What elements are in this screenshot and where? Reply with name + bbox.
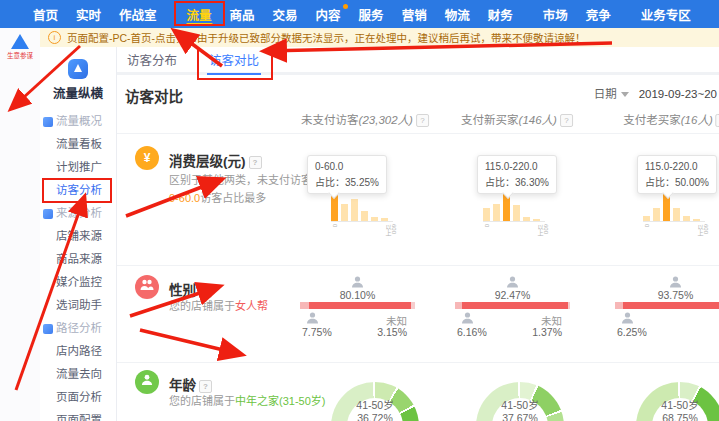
tooltip-percent: 占比：50.00% bbox=[645, 175, 709, 191]
app-logo-icon[interactable] bbox=[11, 34, 29, 49]
help-icon[interactable]: ? bbox=[416, 114, 429, 127]
donut-age-label: 41-50岁 bbox=[331, 397, 419, 412]
nav-item-home[interactable]: 首页 bbox=[24, 0, 67, 28]
sidebar-item-instore-path[interactable]: 店内路径 bbox=[40, 340, 116, 363]
tab-visitor-compare[interactable]: 访客对比 bbox=[207, 47, 261, 74]
tooltip-range: 115.0-220.0 bbox=[485, 159, 549, 175]
donut-age-percent: 36.72% bbox=[331, 412, 419, 421]
sidebar-item-visitor-analysis[interactable]: 访客分析 bbox=[40, 179, 116, 202]
column-count: (16人) bbox=[681, 114, 713, 126]
tab-visitor-distribution[interactable]: 访客分布 bbox=[125, 47, 179, 74]
nav-item-product[interactable]: 商品 bbox=[221, 0, 264, 28]
male-icon bbox=[621, 312, 634, 327]
unknown-percent: 3.15% bbox=[377, 326, 407, 338]
nav-label: 业务专区 bbox=[641, 5, 691, 24]
nav-item-logistics[interactable]: 物流 bbox=[436, 0, 479, 28]
male-icon bbox=[306, 312, 319, 327]
new-badge-dot bbox=[343, 4, 348, 9]
chart-tooltip: 115.0-220.0 占比：50.00% bbox=[637, 155, 717, 194]
people-icon bbox=[140, 279, 154, 291]
sidebar-item-traffic-board[interactable]: 流量看板 bbox=[40, 133, 116, 156]
bar-chart bbox=[483, 193, 545, 222]
sidebar-label: 路径分析 bbox=[56, 322, 102, 334]
sidebar-item-word-helper[interactable]: 选词助手 bbox=[40, 294, 116, 317]
date-picker[interactable]: 日期2019-09-23~20 bbox=[594, 85, 717, 101]
divider bbox=[117, 265, 719, 266]
column-count: (146人) bbox=[519, 114, 557, 126]
nav-item-war-room[interactable]: 作战室 bbox=[110, 0, 166, 28]
nav-label: 实时 bbox=[76, 5, 101, 24]
divider bbox=[117, 133, 719, 134]
nav-item-market[interactable]: 市场 bbox=[534, 0, 577, 28]
nav-label: 作战室 bbox=[119, 5, 157, 24]
donut-age-percent: 37.67% bbox=[476, 412, 564, 421]
sidebar-item-source-analysis[interactable]: 来源分析 bbox=[40, 202, 116, 225]
sidebar-label: 访客分析 bbox=[56, 184, 102, 196]
sidebar-item-plan-promotion[interactable]: 计划推广 bbox=[40, 156, 116, 179]
sidebar: 流量纵横 流量概况 流量看板 计划推广 访客分析 来源分析 店铺来源 商品来源 … bbox=[40, 47, 117, 421]
sidebar-label: 流量看板 bbox=[56, 138, 102, 150]
sidebar-item-page-analysis[interactable]: 页面分析 bbox=[40, 386, 116, 409]
chart-tooltip: 0-60.0 占比：35.25% bbox=[307, 155, 387, 194]
sidebar-item-traffic-destination[interactable]: 流量去向 bbox=[40, 363, 116, 386]
info-icon: i bbox=[48, 31, 61, 44]
sidebar-item-product-source[interactable]: 商品来源 bbox=[40, 248, 116, 271]
nav-label: 交易 bbox=[273, 5, 298, 24]
sidebar-label: 页面配置 bbox=[56, 414, 102, 421]
nav-label: 物流 bbox=[445, 5, 470, 24]
consume-level-icon: ¥ bbox=[135, 146, 159, 170]
nav-item-finance[interactable]: 财务 bbox=[479, 0, 522, 28]
help-icon[interactable]: ? bbox=[249, 156, 262, 169]
desc-text: 您的店铺属于 bbox=[169, 395, 235, 407]
help-icon[interactable]: ? bbox=[560, 114, 573, 127]
age-title: 年龄? bbox=[169, 374, 212, 394]
nav-label: 营销 bbox=[402, 5, 427, 24]
sidebar-label: 流量去向 bbox=[56, 368, 102, 380]
nav-item-competition[interactable]: 竞争 bbox=[577, 0, 620, 28]
sidebar-item-traffic-overview[interactable]: 流量概况 bbox=[40, 110, 116, 133]
gender-icon bbox=[135, 275, 159, 299]
nav-item-data-extract[interactable]: 取数 bbox=[712, 0, 719, 28]
female-percent: 93.75% bbox=[615, 289, 719, 301]
male-percent: 7.75% bbox=[302, 326, 332, 338]
yuan-icon: ¥ bbox=[144, 151, 151, 165]
axis-tick: 600以上 bbox=[537, 224, 549, 237]
nav-item-business-zone[interactable]: 业务专区 bbox=[632, 0, 700, 28]
sidebar-item-path-analysis[interactable]: 路径分析 bbox=[40, 317, 116, 340]
date-value: 2019-09-23~20 bbox=[639, 88, 717, 100]
gender-title: 性别? bbox=[169, 279, 212, 299]
metric-title-text: 消费层级(元) bbox=[169, 154, 246, 169]
sidebar-item-page-config[interactable]: 页面配置 bbox=[40, 409, 116, 421]
nav-item-service[interactable]: 服务 bbox=[350, 0, 393, 28]
desc-text: 访客占比最多 bbox=[200, 192, 266, 204]
sidebar-label: 来源分析 bbox=[56, 207, 102, 219]
nav-item-traffic[interactable]: 流量 bbox=[178, 0, 221, 28]
nav-item-content[interactable]: 内容 bbox=[307, 0, 350, 28]
gender-chart-new-buyers: 92.47% 6.16% 未知 1.37% bbox=[455, 270, 570, 358]
nav-item-trade[interactable]: 交易 bbox=[264, 0, 307, 28]
female-percent: 92.47% bbox=[455, 289, 570, 301]
nav-item-realtime[interactable]: 实时 bbox=[67, 0, 110, 28]
desc-highlight: 0-60.0 bbox=[169, 192, 200, 204]
sidebar-label: 店内路径 bbox=[56, 345, 102, 357]
tooltip-percent: 占比：36.30% bbox=[485, 175, 549, 191]
age-donut-unpaid: 41-50岁 36.72% bbox=[331, 382, 419, 421]
nav-label: 服务 bbox=[359, 5, 384, 24]
axis-tick: 0 bbox=[332, 224, 338, 227]
sidebar-item-shop-source[interactable]: 店铺来源 bbox=[40, 225, 116, 248]
tooltip-range: 115.0-220.0 bbox=[645, 159, 709, 175]
nav-label: 内容 bbox=[316, 5, 341, 24]
sidebar-label: 媒介监控 bbox=[56, 276, 102, 288]
nav-item-marketing[interactable]: 营销 bbox=[393, 0, 436, 28]
sidebar-item-media-monitor[interactable]: 媒介监控 bbox=[40, 271, 116, 294]
desc-highlight: 女人帮 bbox=[235, 300, 268, 312]
left-gutter: 生意参谋 bbox=[0, 28, 40, 421]
nav-active-underline bbox=[186, 23, 213, 26]
group-icon bbox=[43, 117, 53, 127]
desc-text: 区别于其他两类，未支付访客中 bbox=[169, 174, 323, 186]
age-desc: 您的店铺属于中年之家(31-50岁) bbox=[169, 392, 327, 410]
group-icon bbox=[43, 324, 53, 334]
gender-chart-unpaid: 80.10% 7.75% 未知 3.15% bbox=[300, 270, 415, 358]
traffic-compass-logo-icon bbox=[68, 59, 88, 79]
nav-label: 市场 bbox=[543, 5, 568, 24]
